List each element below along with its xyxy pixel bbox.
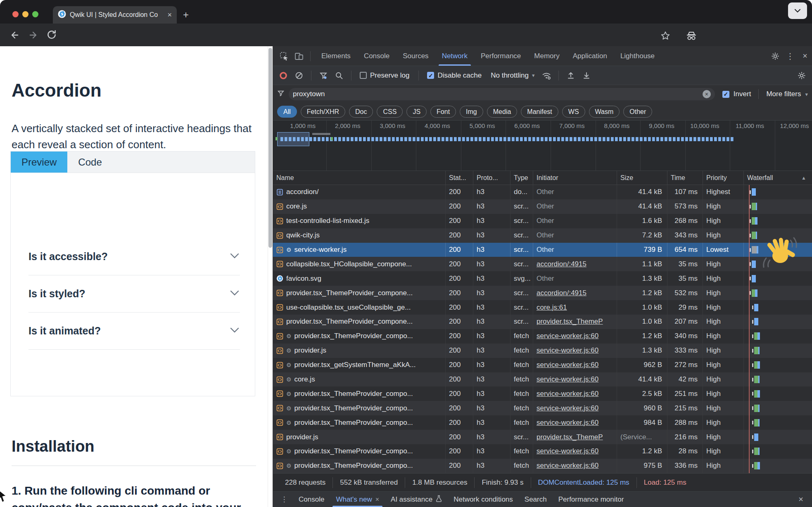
throttling-dropdown[interactable]: No throttling ▾ bbox=[491, 71, 534, 80]
drawer-tab-search[interactable]: Search bbox=[519, 492, 553, 507]
device-toolbar-icon[interactable] bbox=[292, 49, 306, 63]
browser-tab[interactable]: Qwik UI | Styled Accordion Co × bbox=[53, 6, 177, 24]
network-request-row[interactable]: ⚙provider.tsx_ThemeProvider_compo...200h… bbox=[273, 415, 812, 430]
window-zoom-button[interactable] bbox=[32, 11, 38, 17]
devtools-tab-memory[interactable]: Memory bbox=[527, 46, 566, 66]
reload-button[interactable] bbox=[46, 29, 57, 42]
request-name-cell[interactable]: test-controlled-list-mixed.js bbox=[273, 214, 446, 228]
request-name-cell[interactable]: ⚙core.js bbox=[273, 372, 446, 387]
clear-network-log-icon[interactable] bbox=[292, 69, 306, 83]
network-filter-input[interactable] bbox=[293, 90, 703, 98]
network-request-row[interactable]: ⚙core.js200h3fetchservice-worker.js:6041… bbox=[273, 372, 812, 387]
filter-chip-ws[interactable]: WS bbox=[562, 106, 585, 118]
request-waterfall-cell[interactable] bbox=[744, 358, 812, 372]
column-header-proto[interactable]: Proto... bbox=[473, 171, 510, 185]
devtools-more-icon[interactable]: ⋮ bbox=[783, 49, 797, 63]
request-name-cell[interactable]: ⚙provider.tsx_ThemeProvider_compo... bbox=[273, 459, 446, 473]
network-request-row[interactable]: provider.tsx_ThemeProvider_compone...200… bbox=[273, 286, 812, 300]
filter-chip-other[interactable]: Other bbox=[623, 106, 652, 118]
filter-chip-media[interactable]: Media bbox=[487, 106, 518, 118]
disable-cache-checkbox[interactable]: ✓ bbox=[427, 72, 434, 79]
preserve-log-checkbox[interactable] bbox=[360, 72, 367, 79]
request-waterfall-cell[interactable] bbox=[744, 199, 812, 214]
devtools-settings-icon[interactable] bbox=[768, 49, 782, 63]
more-filters-button[interactable]: More filters bbox=[766, 90, 801, 98]
request-name-cell[interactable]: ⚙provider.tsx_ThemeProvider_compo... bbox=[273, 401, 446, 415]
column-header-type[interactable]: Type bbox=[510, 171, 533, 185]
filter-chip-js[interactable]: JS bbox=[406, 106, 427, 118]
request-initiator-text[interactable]: core.js:61 bbox=[537, 303, 567, 312]
devtools-tab-application[interactable]: Application bbox=[566, 46, 614, 66]
network-request-row[interactable]: ⚙provider.tsx_ThemeProvider_compo...200h… bbox=[273, 386, 812, 401]
request-initiator-text[interactable]: service-worker.js:60 bbox=[537, 332, 598, 340]
drawer-close-icon[interactable]: × bbox=[794, 493, 808, 507]
drawer-tab-console[interactable]: Console bbox=[293, 492, 330, 507]
network-request-row[interactable]: provider.js200h3scr...provider.tsx_Theme… bbox=[273, 430, 812, 444]
tab-code[interactable]: Code bbox=[67, 152, 112, 173]
request-waterfall-cell[interactable] bbox=[744, 271, 812, 286]
column-header-initiator[interactable]: Initiator bbox=[533, 171, 617, 185]
request-waterfall-cell[interactable] bbox=[744, 386, 812, 401]
request-waterfall-cell[interactable] bbox=[744, 286, 812, 300]
request-initiator-text[interactable]: service-worker.js:60 bbox=[537, 404, 598, 412]
column-header-stat[interactable]: Stat... bbox=[446, 171, 473, 185]
network-request-row[interactable]: use-collapsible.tsx_useCollapsible_ge...… bbox=[273, 300, 812, 315]
network-request-row[interactable]: ⚙provider.tsx_ThemeProvider_compo...200h… bbox=[273, 401, 812, 415]
drawer-tab-aiassistance[interactable]: AI assistance bbox=[385, 492, 448, 507]
network-request-row[interactable]: test-controlled-list-mixed.js200h3scr...… bbox=[273, 214, 812, 228]
new-tab-button[interactable]: + bbox=[183, 9, 189, 21]
filter-chip-img[interactable]: Img bbox=[460, 106, 483, 118]
network-request-row[interactable]: accordion/200h3do...Other41.4 kB107 msHi… bbox=[273, 185, 812, 199]
network-conditions-icon[interactable] bbox=[539, 69, 553, 83]
page-scrollbar-thumb[interactable] bbox=[268, 48, 272, 248]
network-request-row[interactable]: ⚙service-worker.js200h3scr...Other739 B6… bbox=[273, 243, 812, 257]
request-waterfall-cell[interactable] bbox=[744, 300, 812, 315]
network-request-row[interactable]: collapsible.tsx_HCollapsible_compone...2… bbox=[273, 257, 812, 271]
request-name-cell[interactable]: core.js bbox=[273, 199, 446, 214]
request-waterfall-cell[interactable] bbox=[744, 214, 812, 228]
request-name-cell[interactable]: favicon.svg bbox=[273, 271, 446, 286]
network-request-row[interactable]: ⚙provider.tsx_getSystemTheme_aKkA...200h… bbox=[273, 358, 812, 372]
column-header-name[interactable]: Name bbox=[273, 171, 446, 185]
filter-icon[interactable] bbox=[316, 69, 330, 83]
tab-preview[interactable]: Preview bbox=[11, 152, 67, 173]
request-waterfall-cell[interactable] bbox=[744, 329, 812, 344]
request-name-cell[interactable]: collapsible.tsx_HCollapsible_compone... bbox=[273, 257, 446, 271]
request-initiator-text[interactable]: service-worker.js:60 bbox=[537, 419, 598, 427]
network-request-row[interactable]: ⚙provider.tsx_ThemeProvider_compo...200h… bbox=[273, 329, 812, 344]
devtools-tab-performance[interactable]: Performance bbox=[474, 46, 527, 66]
drawer-tab-networkconditions[interactable]: Network conditions bbox=[448, 492, 519, 507]
request-initiator-text[interactable]: service-worker.js:60 bbox=[537, 346, 598, 355]
request-waterfall-cell[interactable] bbox=[744, 430, 812, 444]
request-name-cell[interactable]: ⚙provider.tsx_ThemeProvider_compo... bbox=[273, 386, 446, 401]
request-name-cell[interactable]: ⚙provider.tsx_ThemeProvider_compo... bbox=[273, 329, 446, 344]
accordion-trigger[interactable]: Is it styled? bbox=[11, 275, 255, 312]
filter-input-field[interactable]: × bbox=[289, 88, 715, 100]
network-overview-timeline[interactable]: 12,000 ms11,000 ms10,000 ms9,000 ms8,000… bbox=[273, 121, 812, 171]
record-network-log-icon[interactable] bbox=[276, 69, 290, 83]
filter-chip-all[interactable]: All bbox=[277, 106, 297, 118]
import-har-icon[interactable] bbox=[564, 69, 578, 83]
column-header-waterfall[interactable]: Waterfall▲ bbox=[744, 171, 812, 185]
request-initiator-text[interactable]: accordion/:4915 bbox=[537, 289, 586, 297]
bookmark-star-icon[interactable] bbox=[660, 31, 671, 43]
request-name-cell[interactable]: provider.tsx_ThemeProvider_compone... bbox=[273, 315, 446, 329]
window-close-button[interactable] bbox=[12, 11, 19, 17]
back-button[interactable] bbox=[9, 29, 21, 43]
network-request-row[interactable]: core.js200h3scr...Other41.4 kB573 msHigh bbox=[273, 199, 812, 214]
devtools-tab-lighthouse[interactable]: Lighthouse bbox=[614, 46, 661, 66]
request-waterfall-cell[interactable] bbox=[744, 444, 812, 459]
column-header-size[interactable]: Size bbox=[617, 171, 667, 185]
drawer-more-icon[interactable]: ⋮ bbox=[277, 493, 291, 507]
titlebar-chevron-button[interactable] bbox=[788, 2, 807, 19]
drawer-tab-whatsnew[interactable]: What's new× bbox=[330, 492, 385, 507]
request-name-cell[interactable]: ⚙provider.tsx_ThemeProvider_compo... bbox=[273, 444, 446, 459]
network-request-row[interactable]: ⚙provider.tsx_ThemeProvider_compo...200h… bbox=[273, 444, 812, 459]
export-har-icon[interactable] bbox=[579, 69, 594, 83]
network-request-row[interactable]: provider.tsx_ThemeProvider_compone...200… bbox=[273, 315, 812, 329]
request-waterfall-cell[interactable] bbox=[744, 372, 812, 387]
inspect-element-icon[interactable] bbox=[277, 49, 291, 63]
filter-chip-fetchxhr[interactable]: Fetch/XHR bbox=[301, 106, 345, 118]
filter-chip-font[interactable]: Font bbox=[430, 106, 456, 118]
request-initiator-text[interactable]: service-worker.js:60 bbox=[537, 390, 598, 398]
